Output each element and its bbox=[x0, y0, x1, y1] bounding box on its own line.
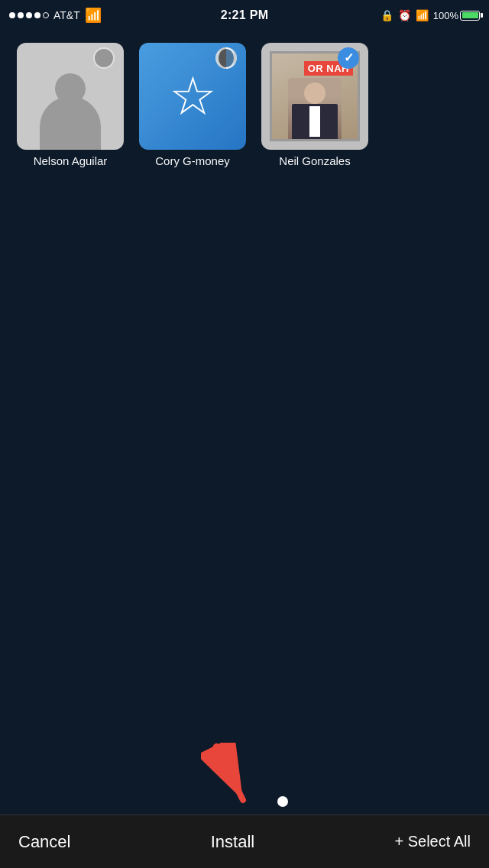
selection-indicator-nelson[interactable] bbox=[93, 47, 115, 69]
avatar-nelson[interactable] bbox=[17, 43, 124, 150]
person-silhouette bbox=[40, 66, 101, 150]
wifi-icon: 📶 bbox=[85, 7, 102, 24]
signal-dot-3 bbox=[26, 12, 32, 18]
checkmark-icon: ✓ bbox=[344, 52, 354, 64]
arrow-svg bbox=[201, 743, 262, 811]
signal-dot-2 bbox=[18, 12, 24, 18]
half-circle-indicator bbox=[217, 47, 235, 69]
contact-item-neil[interactable]: OR NAH ✓ Neil Gonzales bbox=[254, 43, 376, 167]
page-dot-indicator bbox=[277, 796, 288, 807]
battery-percent: 100% bbox=[433, 10, 458, 21]
status-time: 2:21 PM bbox=[221, 8, 269, 22]
cancel-button[interactable]: Cancel bbox=[18, 832, 70, 852]
person-in-photo bbox=[288, 78, 342, 139]
selection-indicator-neil[interactable]: ✓ bbox=[338, 47, 359, 69]
signal-dot-5 bbox=[43, 12, 49, 18]
avatar-neil[interactable]: OR NAH ✓ bbox=[261, 43, 368, 150]
signal-dot-1 bbox=[9, 12, 15, 18]
contact-item-cory[interactable]: ☆ Cory G-money bbox=[131, 43, 254, 167]
suit-white-shirt bbox=[309, 106, 320, 137]
person-body bbox=[40, 96, 101, 150]
signal-dots bbox=[9, 12, 49, 18]
avatar-cory[interactable]: ☆ bbox=[139, 43, 246, 150]
person-photo-suit bbox=[292, 104, 338, 139]
lock-icon: 🔒 bbox=[381, 9, 393, 21]
selection-indicator-cory[interactable] bbox=[215, 47, 237, 69]
status-right: 🔒 ⏰ 📶 100% bbox=[381, 9, 480, 21]
arrow-area bbox=[0, 743, 489, 815]
star-icon: ☆ bbox=[169, 70, 217, 123]
battery-icon bbox=[460, 11, 480, 21]
contact-item-nelson[interactable]: Nelson Aguilar bbox=[9, 43, 131, 167]
install-button[interactable]: Install bbox=[211, 832, 254, 852]
contact-name-cory: Cory G-money bbox=[155, 154, 230, 167]
contact-name-nelson: Nelson Aguilar bbox=[34, 154, 108, 167]
signal-dot-4 bbox=[34, 12, 40, 18]
red-arrow bbox=[201, 743, 262, 815]
person-photo-head bbox=[304, 83, 325, 104]
status-bar: AT&T 📶 2:21 PM 🔒 ⏰ 📶 100% bbox=[0, 0, 489, 31]
select-all-button[interactable]: + Select All bbox=[394, 833, 471, 850]
contacts-grid: Nelson Aguilar ☆ Cory G-money OR NAH bbox=[0, 31, 489, 180]
bottom-toolbar: Cancel Install + Select All bbox=[0, 815, 489, 868]
contact-name-neil: Neil Gonzales bbox=[279, 154, 350, 167]
battery-container: 100% bbox=[433, 10, 480, 21]
battery-fill bbox=[462, 12, 478, 18]
alarm-icon: ⏰ bbox=[398, 9, 411, 21]
status-left: AT&T 📶 bbox=[9, 7, 102, 24]
bluetooth-icon: 📶 bbox=[416, 9, 429, 21]
svg-line-1 bbox=[216, 747, 243, 800]
carrier-label: AT&T bbox=[53, 9, 80, 21]
